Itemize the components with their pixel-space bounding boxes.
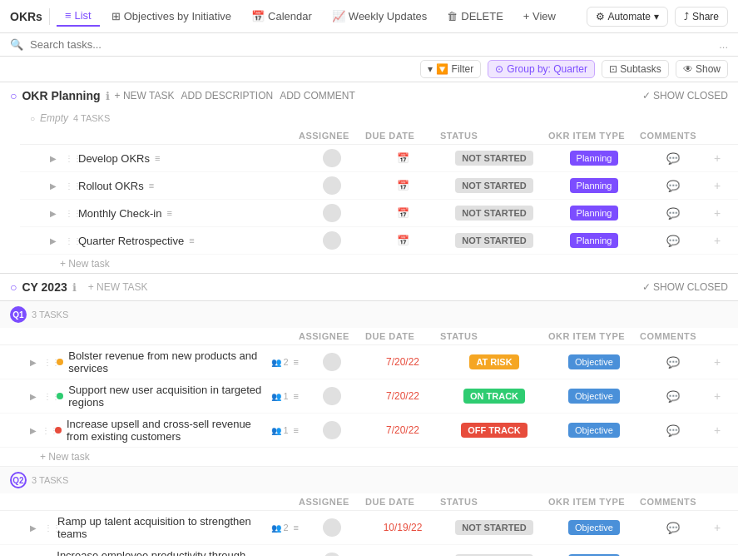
status-badge[interactable]: NOT STARTED (455, 206, 532, 221)
okr-type-badge[interactable]: Objective (568, 423, 620, 438)
drag-handle-icon[interactable]: ⋮⋮ (44, 523, 52, 533)
calendar-icon: 📅 (251, 10, 265, 22)
show-closed-cy2023-button[interactable]: ✓ SHOW CLOSED (642, 281, 728, 293)
okr-type-badge[interactable]: Objective (568, 389, 620, 404)
tab-list[interactable]: ≡ List (57, 6, 100, 27)
planning-collapse-icon[interactable]: ○ (10, 89, 17, 102)
status-badge[interactable]: AT RISK (469, 354, 518, 369)
okr-type-badge[interactable]: Planning (570, 206, 619, 221)
avatar[interactable] (323, 204, 341, 222)
comment-icon[interactable]: 💬 (640, 207, 706, 220)
avatar[interactable] (323, 176, 341, 195)
add-task-q1-button[interactable]: + New task (0, 448, 738, 466)
avatar[interactable] (323, 353, 341, 371)
show-closed-planning-button[interactable]: ✓ SHOW CLOSED (642, 90, 728, 102)
status-badge[interactable]: ON TRACK (463, 389, 525, 404)
task-expand-icon[interactable]: ▶ (30, 426, 37, 435)
avatar[interactable] (323, 231, 341, 250)
okr-type-badge[interactable]: Planning (570, 178, 619, 193)
new-task-planning-button[interactable]: + NEW TASK (115, 90, 175, 102)
tab-weekly-updates[interactable]: 📈 Weekly Updates (324, 7, 435, 26)
task-expand-icon[interactable]: ▶ (30, 523, 39, 533)
tab-delete[interactable]: 🗑 DELETE (438, 7, 512, 26)
status-badge[interactable]: NOT STARTED (455, 178, 532, 193)
add-row-icon[interactable]: + (706, 206, 728, 220)
add-description-button[interactable]: ADD DESCRIPTION (181, 90, 274, 102)
avatar[interactable] (323, 149, 341, 167)
add-row-icon[interactable]: + (706, 355, 728, 369)
search-input[interactable] (30, 38, 712, 51)
cy2023-collapse-icon[interactable]: ○ (10, 280, 17, 294)
tab-objectives-by-initiative[interactable]: ⊞ Objectives by Initiative (103, 7, 240, 26)
q1-badge: Q1 (10, 306, 27, 323)
task-menu-icon[interactable]: ≡ (189, 235, 194, 245)
tab-calendar[interactable]: 📅 Calendar (243, 7, 320, 26)
status-badge[interactable]: NOT STARTED (455, 151, 532, 166)
okr-type-badge[interactable]: Objective (568, 554, 620, 556)
avatar[interactable] (323, 387, 341, 405)
comment-icon[interactable]: 💬 (640, 180, 706, 192)
planning-col-headers: ASSIGNEE DUE DATE STATUS OKR ITEM TYPE C… (20, 127, 738, 145)
drag-handle-icon[interactable]: ⋮⋮ (43, 392, 52, 401)
drag-handle-icon[interactable]: ⋮⋮ (65, 154, 73, 163)
task-expand-icon[interactable]: ▶ (50, 209, 60, 218)
comment-icon[interactable]: 💬 (640, 152, 706, 165)
add-comment-button[interactable]: ADD COMMENT (280, 90, 355, 102)
q2-task-count: 3 TASKS (32, 475, 68, 485)
status-badge[interactable]: NOT STARTED (455, 520, 532, 535)
task-menu-icon[interactable]: ≡ (166, 208, 171, 218)
drag-handle-icon[interactable]: ⋮⋮ (42, 426, 50, 435)
automate-button[interactable]: ⚙ Automate ▾ (587, 7, 668, 27)
task-menu-icon[interactable]: ≡ (149, 181, 154, 191)
more-options-button[interactable]: ... (719, 38, 728, 51)
comment-icon[interactable]: 💬 (640, 522, 706, 534)
comment-icon[interactable]: 💬 (640, 390, 706, 403)
drag-handle-icon[interactable]: ⋮⋮ (65, 181, 73, 191)
drag-handle-icon[interactable]: ⋮⋮ (43, 358, 52, 367)
task-expand-icon[interactable]: ▶ (50, 181, 60, 191)
task-menu-icon[interactable]: ≡ (155, 153, 160, 163)
add-row-icon[interactable]: + (706, 521, 728, 534)
share-button[interactable]: ⤴ Share (675, 7, 728, 27)
okr-type-badge[interactable]: Planning (570, 151, 619, 166)
task-expand-icon[interactable]: ▶ (50, 154, 60, 163)
drag-handle-icon[interactable]: ⋮⋮ (65, 209, 73, 218)
add-row-icon[interactable]: + (706, 179, 728, 192)
okr-type-badge[interactable]: Objective (568, 520, 620, 535)
due-date-cell: 10/19/22 (365, 522, 440, 533)
comment-icon[interactable]: 💬 (640, 356, 706, 369)
okr-type-badge[interactable]: Objective (568, 354, 620, 369)
cy2023-info-icon[interactable]: ℹ (72, 281, 77, 294)
q2-due-date-header: DUE DATE (365, 497, 440, 507)
task-expand-icon[interactable]: ▶ (30, 358, 38, 367)
avatar[interactable] (323, 421, 341, 439)
add-row-icon[interactable]: + (706, 424, 728, 437)
empty-collapse-icon[interactable]: ○ (30, 114, 35, 123)
cy2023-new-task-button[interactable]: + NEW TASK (88, 281, 148, 293)
add-row-icon[interactable]: + (706, 234, 728, 247)
status-badge[interactable]: NOT STARTED (455, 554, 532, 556)
planning-info-icon[interactable]: ℹ (106, 90, 110, 102)
status-badge[interactable]: NOT STARTED (455, 233, 532, 248)
status-badge[interactable]: OFF TRACK (461, 423, 527, 438)
task-expand-icon[interactable]: ▶ (50, 236, 60, 245)
add-row-icon[interactable]: + (706, 389, 728, 403)
comment-icon[interactable]: 💬 (640, 235, 706, 247)
avatar[interactable] (323, 553, 341, 556)
table-row: ▶ ⋮⋮ Bolster revenue from new products a… (0, 345, 738, 379)
subtasks-button[interactable]: ⊡ Subtasks (602, 60, 669, 78)
comment-icon[interactable]: 💬 (640, 424, 706, 437)
group-by-button[interactable]: ⊙ Group by: Quarter (488, 60, 595, 78)
drag-handle-icon[interactable]: ⋮⋮ (65, 236, 73, 245)
comment-icon[interactable]: 💬 (640, 556, 706, 557)
add-row-icon[interactable]: + (706, 151, 728, 165)
avatar[interactable] (323, 518, 341, 537)
filter-button[interactable]: ▾ 🔽 Filter (420, 60, 481, 78)
add-row-icon[interactable]: + (706, 555, 728, 556)
task-expand-icon[interactable]: ▶ (30, 392, 38, 401)
add-view-button[interactable]: + View (515, 7, 564, 26)
okr-type-badge[interactable]: Planning (570, 233, 619, 248)
add-task-planning-button[interactable]: + New task (20, 255, 738, 273)
task-name-text: Quarter Retrospective (78, 235, 184, 247)
show-button[interactable]: 👁 Show (676, 60, 728, 78)
